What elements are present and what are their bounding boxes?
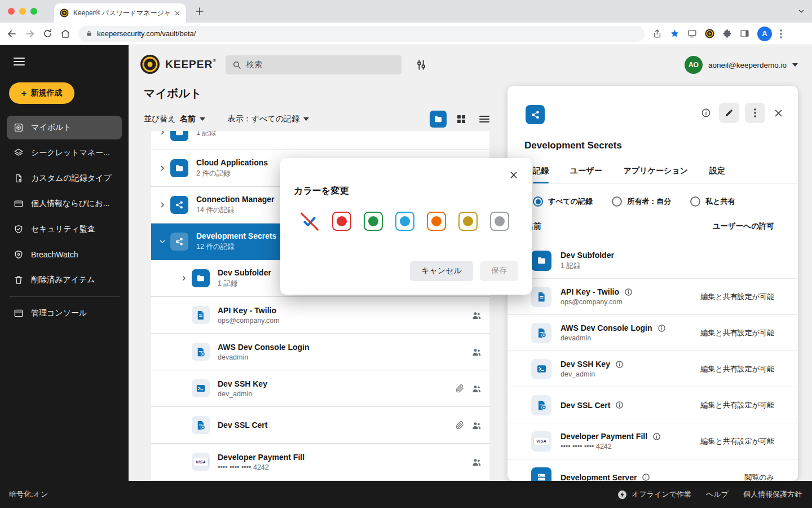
close-window-button[interactable] <box>8 8 15 15</box>
sidebar-item-admin-console[interactable]: 管理コンソール <box>7 301 122 325</box>
filter-sliders-icon[interactable] <box>415 59 427 71</box>
back-icon[interactable] <box>7 29 17 39</box>
search-icon <box>232 60 241 69</box>
browser-profile-avatar[interactable]: A <box>757 27 772 41</box>
radio-shared-with-me[interactable]: 私と共有 <box>690 196 735 207</box>
macos-traffic-lights[interactable] <box>8 8 37 15</box>
maximize-window-button[interactable] <box>30 8 37 15</box>
browser-menu-kebab-icon[interactable] <box>780 29 782 38</box>
sidebar-collapse-icon[interactable] <box>14 58 25 65</box>
grid-view-button[interactable] <box>453 111 470 128</box>
attachment-paperclip-icon <box>456 384 464 393</box>
chevron-right-icon[interactable] <box>155 165 170 172</box>
sidebar-item-custom-record-types[interactable]: カスタムの記録タイプ <box>7 167 122 190</box>
list-item-record[interactable]: Dev SSL Cert <box>151 407 489 444</box>
info-icon[interactable] <box>652 432 661 441</box>
shared-folder-icon <box>526 105 545 124</box>
tab-settings[interactable]: 設定 <box>709 160 725 183</box>
tab-close-icon[interactable] <box>174 10 180 16</box>
minimize-window-button[interactable] <box>19 8 26 15</box>
sidebar-item-security-audit[interactable]: セキュリティ監査 <box>7 217 122 241</box>
tab-users[interactable]: ユーザー <box>570 160 602 183</box>
chevron-down-icon <box>792 63 798 67</box>
privacy-policy-link[interactable]: 個人情報保護方針 <box>743 489 802 500</box>
create-new-button[interactable]: + 新規作成 <box>9 82 74 104</box>
panel-row-subfolder[interactable]: Dev Subfolder 1 記録 <box>508 243 798 279</box>
reload-icon[interactable] <box>43 29 52 38</box>
sort-dropdown[interactable]: 並び替え 名前 <box>144 114 205 124</box>
plus-icon: + <box>21 89 27 98</box>
info-icon[interactable] <box>615 360 624 369</box>
keeper-extension-icon[interactable] <box>705 29 714 38</box>
list-controls: 並び替え 名前 表示：すべての記録 <box>144 111 328 128</box>
work-offline-button[interactable]: オフラインで作業 <box>617 489 691 500</box>
account-menu[interactable]: AO aoneil@keeperdemo.io <box>685 56 798 74</box>
close-icon[interactable] <box>509 170 518 179</box>
color-swatch-green[interactable] <box>364 212 383 231</box>
list-view-button[interactable] <box>476 111 493 128</box>
tab-search-caret-icon[interactable] <box>797 7 805 15</box>
browser-tab[interactable]: Keeper® パスワードマネージャー <box>54 3 186 23</box>
panel-row-record[interactable]: Development Server 閲覧のみ <box>508 459 798 481</box>
close-icon[interactable] <box>771 106 785 120</box>
url-text[interactable]: keepersecurity.com/vault/beta/ <box>97 29 196 38</box>
share-icon[interactable] <box>652 29 662 38</box>
url-bar[interactable]: keepersecurity.com/vault/beta/ <box>78 26 645 42</box>
tab-records[interactable]: 記録 <box>533 160 549 183</box>
cancel-button[interactable]: キャンセル <box>410 261 473 281</box>
forward-icon[interactable] <box>25 29 35 39</box>
chevron-right-icon[interactable] <box>155 131 170 135</box>
info-icon[interactable] <box>624 288 633 296</box>
info-icon[interactable] <box>615 401 624 409</box>
tab-applications[interactable]: アプリケーション <box>624 160 688 183</box>
panel-row-record[interactable]: Dev SSH Key dev_admin 編集と共有設定が可能 <box>508 351 798 387</box>
lock-icon[interactable] <box>86 30 92 37</box>
search-input[interactable]: 検索 <box>226 55 401 75</box>
folder-view-button[interactable] <box>430 111 447 128</box>
color-swatch-orange[interactable] <box>427 212 446 231</box>
edit-pencil-icon[interactable] <box>719 103 739 123</box>
panel-row-record[interactable]: VISA Developer Payment Fill •••• •••• ••… <box>508 423 798 459</box>
shared-users-icon <box>472 421 482 430</box>
info-icon[interactable] <box>657 324 666 332</box>
info-icon[interactable] <box>699 106 713 120</box>
info-icon[interactable] <box>642 473 650 481</box>
sidebar-item-breachwatch[interactable]: BreachWatch <box>7 243 122 266</box>
account-avatar[interactable]: AO <box>685 56 703 74</box>
side-panel-icon[interactable] <box>740 29 749 38</box>
sidebar-item-my-vault[interactable]: マイボルト <box>7 116 122 139</box>
extensions-puzzle-icon[interactable] <box>722 29 732 38</box>
list-item-record[interactable]: VISA Developer Payment Fill •••• •••• ••… <box>151 444 489 480</box>
sidebar-divider <box>9 296 120 297</box>
new-tab-button[interactable] <box>194 6 205 17</box>
home-icon[interactable] <box>60 29 70 39</box>
radio-owner-me[interactable]: 所有者：自分 <box>612 196 671 207</box>
list-item-record[interactable]: AWS Dev Console Login devadmin <box>151 334 489 370</box>
list-item-partial[interactable]: 1 記録 <box>151 131 489 150</box>
panel-row-record[interactable]: API Key - Twilio ops@company.com 編集と共有設定… <box>508 279 798 315</box>
sidebar-item-deleted-items[interactable]: 削除済みアイテム <box>7 268 122 292</box>
list-item-record[interactable]: Dev SSH Key dev_admin <box>151 370 489 407</box>
color-swatch-red[interactable] <box>332 212 351 231</box>
sidebar-item-secrets-manager[interactable]: シークレットマネー... <box>7 141 122 165</box>
panel-row-record[interactable]: AWS Dev Console Login devadmin 編集と共有設定が可… <box>508 315 798 351</box>
no-color-swatch-selected[interactable] <box>299 211 320 231</box>
chevron-right-icon[interactable] <box>176 275 192 282</box>
panel-row-record[interactable]: Dev SSL Cert 編集と共有設定が可能 <box>508 387 798 423</box>
color-swatch-gray[interactable] <box>490 212 509 231</box>
save-button[interactable]: 保存 <box>480 261 518 281</box>
chevron-down-icon[interactable] <box>155 238 170 245</box>
view-filter-dropdown[interactable]: 表示：すべての記録 <box>228 114 309 124</box>
sidebar-item-identity-payment[interactable]: 個人情報ならびにお... <box>7 192 122 216</box>
keeper-logo: KEEPER® <box>140 54 217 75</box>
help-link[interactable]: ヘルプ <box>706 489 729 500</box>
bookmark-star-icon[interactable] <box>670 29 679 38</box>
chevron-right-icon[interactable] <box>155 202 170 208</box>
radio-all-records[interactable]: すべての記録 <box>533 196 593 207</box>
document-gear-icon <box>531 323 551 343</box>
color-swatch-gold[interactable] <box>458 212 478 231</box>
more-options-kebab-icon[interactable] <box>745 103 765 123</box>
color-swatch-blue[interactable] <box>395 212 414 231</box>
list-item-record[interactable]: API Key - Twilio ops@company.com <box>151 297 489 334</box>
cast-icon[interactable] <box>687 29 697 38</box>
